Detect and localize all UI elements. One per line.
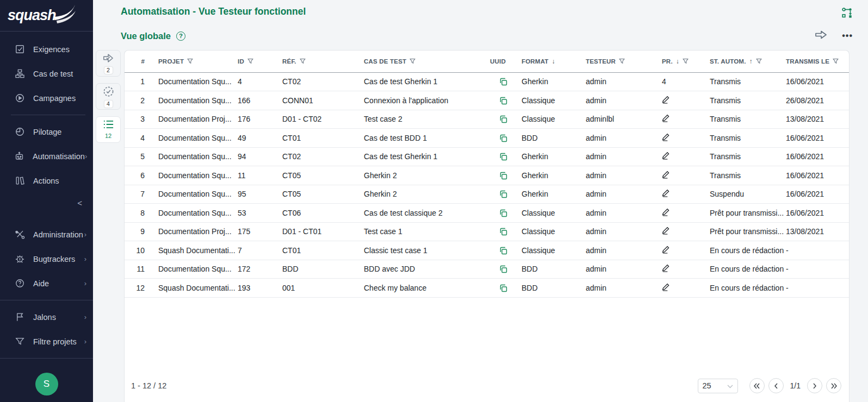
copy-uuid-icon[interactable] [499, 115, 508, 124]
edit-priority-icon[interactable] [662, 96, 670, 104]
table-row[interactable]: 1Documentation Squ...4CT02Cas de test Gh… [125, 72, 849, 91]
filter-icon[interactable] [619, 58, 625, 64]
copy-uuid-icon[interactable] [499, 265, 508, 274]
table-row[interactable]: 8Documentation Squ...53CT06Cas de test c… [125, 204, 849, 223]
edit-priority-icon[interactable] [662, 264, 670, 272]
format-cell: Classique [519, 91, 584, 110]
filter-icon[interactable] [756, 58, 762, 64]
ref-cell: 001 [280, 279, 362, 298]
uuid-cell [488, 204, 519, 223]
ref-cell: CT06 [280, 204, 362, 223]
column-header-projet[interactable]: PROJET [156, 51, 235, 72]
rail-validated-button[interactable]: 4 [96, 83, 121, 110]
edit-priority-icon[interactable] [662, 246, 670, 254]
edit-priority-icon[interactable] [662, 227, 670, 235]
table-row[interactable]: 2Documentation Squ...166CONN01Connexion … [125, 91, 849, 110]
sidebar-item-filtre-projets[interactable]: Filtre projets› [0, 329, 93, 354]
column-header-transmis-le[interactable]: TRANSMIS LE [784, 51, 849, 72]
edit-priority-icon[interactable] [662, 114, 670, 122]
filter-icon[interactable] [187, 58, 193, 64]
edit-priority-icon[interactable] [662, 171, 670, 179]
priority-cell [660, 129, 708, 148]
copy-uuid-icon[interactable] [499, 77, 508, 86]
table-row[interactable]: 4Documentation Squ...49CT01Cas de test B… [125, 129, 849, 148]
filter-icon[interactable] [247, 58, 253, 64]
projet-cell: Documentation Squ... [156, 185, 235, 204]
filter-icon[interactable] [410, 58, 416, 64]
sidebar-item-label: Automatisation [33, 152, 85, 161]
requirements-icon [14, 44, 25, 55]
more-options-icon[interactable]: ••• [842, 33, 853, 39]
sidebar-item-bugtrackers[interactable]: Bugtrackers› [0, 247, 93, 271]
sidebar-item-pilotage[interactable]: Pilotage [0, 120, 93, 144]
last-page-button[interactable] [826, 378, 841, 393]
sidebar-item-administration[interactable]: Administration› [0, 222, 93, 247]
sidebar-collapse-button[interactable]: < [0, 193, 93, 212]
filter-icon[interactable] [300, 58, 306, 64]
test-cases-icon [14, 68, 25, 79]
filter-icon[interactable] [683, 58, 689, 64]
help-circle-icon[interactable]: ? [176, 32, 185, 41]
column-header-testeur[interactable]: TESTEUR [584, 51, 660, 72]
copy-uuid-icon[interactable] [499, 246, 508, 255]
edit-priority-icon[interactable] [662, 133, 670, 141]
table-row[interactable]: 6Documentation Squ...11CT05Gherkin 2Gher… [125, 166, 849, 185]
copy-uuid-icon[interactable] [499, 284, 508, 293]
testeur-cell: admin [584, 129, 660, 148]
edit-priority-icon[interactable] [662, 189, 670, 197]
priority-cell [660, 260, 708, 279]
table-row[interactable]: 5Documentation Squ...94CT02Cas de test G… [125, 147, 849, 166]
sidebar-item-jalons[interactable]: Jalons› [0, 305, 93, 329]
sidebar-divider [0, 358, 93, 359]
sidebar-item-aide[interactable]: Aide› [0, 271, 93, 296]
workflow-icon[interactable] [841, 7, 853, 21]
sort-descending-icon: ↓ [676, 58, 679, 65]
edit-priority-icon[interactable] [662, 283, 670, 291]
table-row[interactable]: 9Documentation Proj...175D01 - CT01Test … [125, 222, 849, 241]
rail-count-badge: 4 [104, 100, 113, 108]
table-card: #PROJETIDRÉF.CAS DE TESTUUIDFORMAT↓TESTE… [124, 50, 850, 402]
sidebar-item-exigences[interactable]: Exigences [0, 37, 93, 61]
forward-arrow-icon[interactable] [815, 30, 828, 42]
table-row[interactable]: 11Documentation Squ...172BDDBDD avec JDD… [125, 260, 849, 279]
sidebar-item-cas-de-test[interactable]: Cas de test [0, 61, 93, 86]
copy-uuid-icon[interactable] [499, 152, 508, 161]
first-page-button[interactable] [749, 378, 765, 393]
column-label: TESTEUR [586, 58, 616, 65]
sidebar-item-actions[interactable]: Actions [0, 168, 93, 193]
avatar[interactable]: S [35, 373, 58, 395]
rail-global-view-button[interactable]: 12 [96, 116, 121, 143]
cas-de-test-cell: Gherkin 2 [362, 166, 488, 185]
copy-uuid-icon[interactable] [499, 171, 508, 180]
testeur-cell: admin [584, 204, 660, 223]
table-row[interactable]: 10Squash Documentati...7CT01Classic test… [125, 241, 849, 260]
copy-uuid-icon[interactable] [499, 209, 508, 218]
table-row[interactable]: 12Squash Documentati...193001Check my ba… [125, 279, 849, 298]
page-title: Automatisation - Vue Testeur fonctionnel [121, 6, 306, 17]
rail-transmitted-button[interactable]: 2 [96, 50, 121, 77]
filter-icon[interactable] [833, 58, 839, 64]
column-header-format[interactable]: FORMAT↓ [519, 51, 584, 72]
page-size-select[interactable]: 25 [698, 379, 738, 393]
sidebar-item-automatisation[interactable]: Automatisation› [0, 144, 93, 168]
cas-de-test-cell: Cas de test BDD 1 [362, 129, 488, 148]
column-header-cas-de-test[interactable]: CAS DE TEST [362, 51, 488, 72]
column-label: # [141, 58, 145, 65]
column-header-id[interactable]: ID [235, 51, 280, 72]
ref-cell: D01 - CT01 [280, 222, 362, 241]
copy-uuid-icon[interactable] [499, 190, 508, 199]
next-page-button[interactable] [807, 378, 822, 393]
transmis-le-cell: 16/06/2021 [784, 204, 849, 223]
column-header-pr[interactable]: PR.↓ [660, 51, 708, 72]
table-row[interactable]: 7Documentation Squ...95CT05Gherkin 2Gher… [125, 185, 849, 204]
copy-uuid-icon[interactable] [499, 96, 508, 105]
sidebar-item-campagnes[interactable]: Campagnes [0, 86, 93, 110]
copy-uuid-icon[interactable] [499, 227, 508, 236]
copy-uuid-icon[interactable] [499, 134, 508, 143]
edit-priority-icon[interactable] [662, 208, 670, 216]
edit-priority-icon[interactable] [662, 152, 670, 160]
column-header-st-autom[interactable]: ST. AUTOM.↑ [708, 51, 784, 72]
previous-page-button[interactable] [768, 378, 784, 393]
column-header-ref[interactable]: RÉF. [280, 51, 362, 72]
table-row[interactable]: 3Documentation Proj...176D01 - CT02Test … [125, 110, 849, 129]
